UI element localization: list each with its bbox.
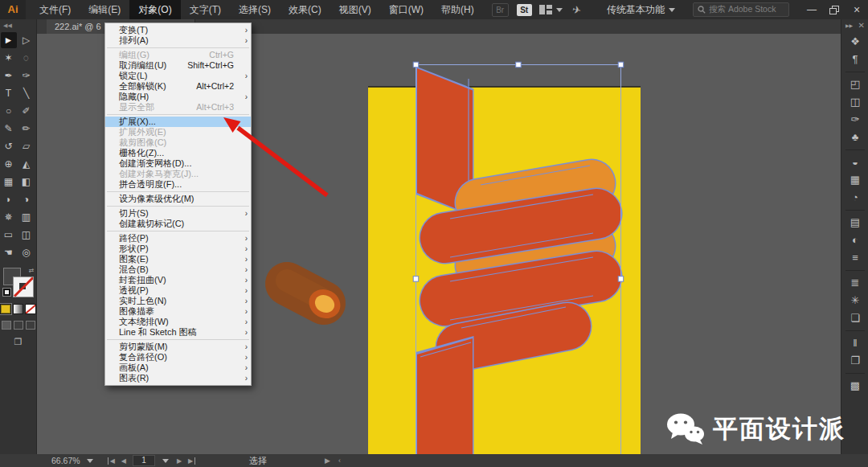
collapse-toolbar-icon[interactable]: ◀◀ xyxy=(0,19,36,31)
file-menu[interactable]: 文件(F) xyxy=(31,0,80,19)
share-icon[interactable]: ✈ xyxy=(571,3,582,17)
menu-item[interactable]: 复合路径(O) › xyxy=(105,352,251,363)
swatches-panel-icon[interactable]: ▦ xyxy=(846,172,864,188)
menu-item[interactable]: 编组(G) Ctrl+G xyxy=(105,50,251,60)
type-tool[interactable]: T xyxy=(1,85,17,101)
menu-item[interactable]: 切片(S) › xyxy=(105,208,251,219)
artboard-number-input[interactable]: 1 xyxy=(133,455,155,466)
symbol-sprayer-tool[interactable]: ✵ xyxy=(1,209,17,225)
lasso-tool[interactable]: ◌ xyxy=(18,50,35,66)
align-panel-icon[interactable]: ‖ xyxy=(846,335,864,351)
status-play-icon[interactable]: ▶ xyxy=(325,457,330,465)
minimize-button[interactable]: — xyxy=(800,0,823,19)
menu-item[interactable]: 全部解锁(K) Alt+Ctrl+2 xyxy=(105,81,251,92)
color-button[interactable] xyxy=(0,304,11,314)
window-menu[interactable]: 窗口(W) xyxy=(380,0,432,19)
expand-panels-icon[interactable]: ▶▶ xyxy=(845,23,853,28)
zoom-level[interactable]: 66.67% xyxy=(51,456,80,465)
graphic-styles-panel-icon[interactable]: ❏ xyxy=(846,310,864,326)
menu-item[interactable]: 裁剪图像(C) xyxy=(105,137,251,148)
transparency-panel-icon[interactable]: ◐ xyxy=(846,232,864,248)
fill-stroke-controls[interactable]: ⇄ xyxy=(2,267,35,299)
menu-item[interactable]: 图表(R) › xyxy=(105,373,251,383)
draw-inside-mode-button[interactable] xyxy=(26,321,35,330)
rotate-tool[interactable]: ↺ xyxy=(1,138,17,154)
appearance-panel-icon[interactable]: ≣ xyxy=(846,275,864,291)
menu-item[interactable]: 扩展(X)... xyxy=(105,117,251,127)
direct-selection-tool[interactable]: ▷ xyxy=(18,32,35,48)
menu-item[interactable]: 创建裁切标记(C) xyxy=(105,219,251,229)
close-button[interactable]: × xyxy=(845,0,868,19)
menu-item[interactable]: 排列(A) › xyxy=(105,35,251,46)
brushes-panel-icon[interactable]: ✑ xyxy=(846,112,864,128)
menu-item[interactable]: 路径(P) › xyxy=(105,233,251,244)
blend-tool[interactable]: ◑ xyxy=(18,191,35,207)
menu-item[interactable] xyxy=(107,191,249,192)
pathfinder2-panel-icon[interactable]: ❐ xyxy=(846,353,864,369)
object-menu[interactable]: 对象(O) xyxy=(129,0,180,19)
menu-item[interactable]: 实时上色(N) › xyxy=(105,296,251,306)
curvature-tool[interactable]: ✑ xyxy=(18,68,35,84)
first-artboard-button[interactable]: ◀ xyxy=(108,457,115,465)
change-screen-mode-button[interactable]: ❐ xyxy=(10,337,27,347)
paragraph-panel-icon[interactable]: ¶ xyxy=(846,51,864,68)
menu-item[interactable]: 画板(A) › xyxy=(105,363,251,373)
line-segment-tool[interactable]: ╲ xyxy=(18,85,35,101)
draw-behind-mode-button[interactable] xyxy=(14,321,23,330)
menu-item[interactable]: 混合(B) › xyxy=(105,264,251,275)
selection-tool[interactable]: ► xyxy=(1,32,17,48)
menu-item[interactable]: 设为像素级优化(M) xyxy=(105,194,251,204)
menu-item[interactable]: 图案(E) › xyxy=(105,254,251,264)
last-artboard-button[interactable]: ▶ xyxy=(188,457,195,465)
stock-icon[interactable]: St xyxy=(517,4,532,16)
stroke-swatch-none[interactable] xyxy=(13,277,34,297)
bridge-icon[interactable]: Br xyxy=(492,3,509,17)
menu-item[interactable]: Line 和 Sketch 图稿 › xyxy=(105,327,251,338)
menu-item[interactable] xyxy=(107,47,249,48)
restore-button[interactable] xyxy=(823,0,845,19)
menu-item[interactable]: 变换(T) › xyxy=(105,25,251,35)
symbols-panel-icon[interactable]: ♣ xyxy=(846,129,864,145)
arrange-documents-icon[interactable] xyxy=(539,5,563,14)
gradient-tool[interactable]: ◧ xyxy=(18,174,35,190)
zoom-tool[interactable]: ◎ xyxy=(18,244,35,260)
mesh-tool[interactable]: ▦ xyxy=(1,174,17,190)
gradient-button[interactable] xyxy=(13,304,24,314)
menu-item[interactable]: 剪切蒙版(M) › xyxy=(105,342,251,352)
transform-panel-icon[interactable]: ▩ xyxy=(846,378,864,394)
menu-item[interactable]: 透视(P) › xyxy=(105,285,251,296)
menu-item[interactable]: 隐藏(H) › xyxy=(105,92,251,102)
artboard-tool[interactable]: ▭ xyxy=(1,227,17,243)
menu-item[interactable] xyxy=(107,231,249,231)
adobe-stock-search-input[interactable]: 搜索 Adobe Stock xyxy=(693,2,789,17)
pencil-tool[interactable]: ✎ xyxy=(1,121,17,137)
swap-fill-stroke-icon[interactable]: ⇄ xyxy=(29,267,35,274)
menu-item[interactable] xyxy=(107,339,249,340)
shaper-tool[interactable]: ✏ xyxy=(18,121,35,137)
paintbrush-tool[interactable]: ✐ xyxy=(18,103,35,119)
edit-menu[interactable]: 编辑(E) xyxy=(80,0,129,19)
zoom-dropdown-icon[interactable] xyxy=(87,459,93,463)
3d-panel-icon[interactable]: ◫ xyxy=(846,94,864,110)
pathfinder-panel-icon[interactable]: ◰ xyxy=(846,76,864,92)
menu-item[interactable]: 形状(P) › xyxy=(105,244,251,254)
menu-item[interactable] xyxy=(107,206,249,207)
shape-builder-tool[interactable]: ⊕ xyxy=(1,156,17,172)
draw-normal-mode-button[interactable] xyxy=(2,321,11,330)
menu-item[interactable]: 拼合透明度(F)... xyxy=(105,179,251,190)
perspective-grid-tool[interactable]: ◭ xyxy=(18,156,35,172)
color-panel-icon[interactable]: ◒ xyxy=(846,154,864,170)
menu-item[interactable]: 栅格化(Z)... xyxy=(105,148,251,158)
artboard-dropdown-icon[interactable] xyxy=(162,459,169,463)
slice-tool[interactable]: ◫ xyxy=(18,227,35,243)
ellipse-tool[interactable]: ○ xyxy=(1,103,17,119)
layers-panel-icon[interactable]: ❖ xyxy=(846,34,864,50)
effects-panel-icon[interactable]: ✳ xyxy=(846,293,864,309)
menu-item[interactable]: 锁定(L) › xyxy=(105,71,251,81)
menu-item[interactable]: 扩展外观(E) xyxy=(105,127,251,137)
menu-item[interactable] xyxy=(107,114,249,115)
help-menu[interactable]: 帮助(H) xyxy=(432,0,483,19)
menu-item[interactable]: 取消编组(U) Shift+Ctrl+G xyxy=(105,60,251,71)
default-fill-stroke-icon[interactable] xyxy=(2,288,11,297)
scale-tool[interactable]: ▱ xyxy=(18,138,35,154)
